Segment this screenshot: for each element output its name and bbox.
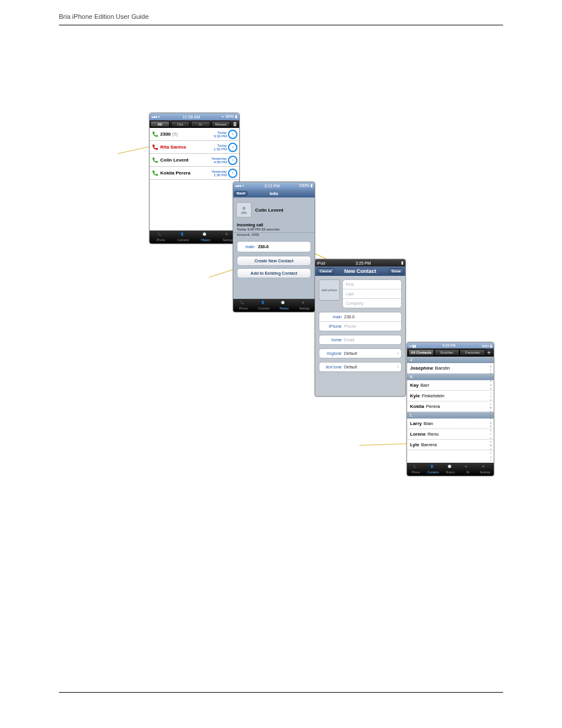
history-row[interactable]: Colin Levent Yesterday4:58 PM›	[150, 154, 239, 167]
index-letter[interactable]: G	[490, 384, 491, 387]
contact-row[interactable]: Lorene Reno	[407, 429, 494, 440]
index-letter[interactable]: O	[490, 414, 491, 417]
index-letter[interactable]: Q	[490, 421, 491, 424]
index-letter[interactable]: C	[490, 368, 492, 371]
ringtone-row[interactable]: ringtone Default ›	[319, 349, 401, 358]
index-letter[interactable]: P	[490, 417, 492, 420]
status-time: 3:15 PM	[265, 184, 280, 188]
history-row[interactable]: Kokila Perera Yesterday1:30 PM›	[150, 167, 239, 180]
filter-out[interactable]: Out	[171, 121, 190, 127]
contact-row[interactable]: Josephine Barstin	[407, 363, 494, 374]
index-letter[interactable]: H	[490, 387, 492, 390]
detail-disclosure-icon[interactable]: ›	[228, 143, 237, 152]
index-letter[interactable]: J	[490, 395, 491, 398]
footer-rule	[59, 692, 503, 693]
history-row[interactable]: 2300 (5)Today3:33 PM›	[150, 128, 239, 141]
screen-new-contact: iPod 3:25 PM ▮ Cancel New Contact Done a…	[315, 259, 406, 397]
index-letter[interactable]: L	[490, 403, 491, 406]
index-letter[interactable]: R	[490, 425, 492, 428]
clear-history-button[interactable]: 🗑	[231, 120, 239, 128]
cancel-button[interactable]: Cancel	[317, 268, 335, 274]
index-letter[interactable]: I	[490, 391, 491, 394]
contact-first: Lorene	[410, 431, 426, 437]
tab-phone[interactable]: 📞Phone	[150, 230, 172, 243]
filter-missed[interactable]: Missed	[211, 121, 231, 127]
texttone-value: Default	[344, 365, 398, 369]
tab-contacts[interactable]: 👤Contacts	[254, 299, 275, 312]
phone-value: 230-0	[344, 315, 399, 319]
contact-row[interactable]: Kay Barr	[407, 380, 494, 391]
contact-last: Barr	[421, 383, 429, 388]
index-letter[interactable]: V	[490, 440, 492, 443]
contact-photo-placeholder	[236, 202, 252, 218]
history-row[interactable]: Rita Santos Today1:52 PM›	[150, 141, 239, 154]
detail-disclosure-icon[interactable]: ›	[228, 156, 237, 165]
tab-bar: 📞Phone 👤Contacts 🕓History ⚙Settings	[233, 299, 315, 312]
detail-disclosure-icon[interactable]: ›	[228, 130, 237, 139]
seg-favorites[interactable]: Favorites	[459, 349, 485, 356]
detail-disclosure-icon[interactable]: ›	[228, 169, 237, 178]
index-letter[interactable]: Q	[490, 357, 491, 360]
tab-settings[interactable]: ⚙Settings	[477, 463, 494, 476]
index-letter[interactable]: K	[490, 398, 492, 401]
battery-icon: 86% ▮	[482, 344, 492, 348]
phone-row-main[interactable]: － main 230-0	[319, 312, 401, 322]
call-direction-icon	[151, 131, 158, 138]
contact-row[interactable]: Kokila Perera	[407, 401, 494, 412]
index-letter[interactable]: #	[490, 459, 491, 462]
phone-label: main	[240, 245, 254, 249]
texttone-row[interactable]: text tone Default ›	[319, 363, 401, 371]
add-photo-button[interactable]: add photo	[319, 279, 340, 301]
history-time: Today3:33 PM	[214, 131, 227, 138]
filter-all[interactable]: All	[150, 121, 170, 127]
index-letter[interactable]: Z	[490, 456, 491, 459]
back-button[interactable]: Back	[234, 191, 247, 196]
tab-contacts[interactable]: 👤Contacts	[172, 230, 194, 243]
tab-phone[interactable]: 📞Phone	[233, 299, 254, 312]
index-letter[interactable]: A	[490, 361, 492, 364]
index-letter[interactable]: Y	[490, 452, 492, 454]
tab-im[interactable]: ✉IM	[459, 463, 476, 476]
index-letter[interactable]: U	[490, 437, 492, 440]
phone-number-cell[interactable]: main 230-0	[237, 241, 311, 252]
index-letter[interactable]: B	[490, 365, 492, 368]
index-letter[interactable]: F	[490, 380, 491, 383]
ringtone-label: ringtone	[322, 351, 342, 355]
first-name-field[interactable]: First	[343, 280, 401, 289]
add-contact-button[interactable]: ＋	[485, 348, 492, 357]
nav-bar: Back Info	[233, 189, 315, 197]
name-fields-group: First Last Company	[342, 279, 402, 308]
contact-row[interactable]: Lyle Barrera	[407, 440, 494, 450]
tab-history[interactable]: 🕓History	[194, 230, 217, 243]
index-letter[interactable]: N	[490, 410, 492, 413]
signal-icon: ▪▪▪▮▮	[409, 344, 416, 348]
email-row-add[interactable]: home Email	[319, 335, 401, 344]
tab-history[interactable]: 🕓History	[442, 463, 459, 476]
chevron-right-icon: ›	[398, 351, 399, 355]
alpha-index[interactable]: QABCDEFGHIJKLMNOPQRSTUVWXYZ#	[488, 357, 493, 463]
filter-in[interactable]: In	[191, 121, 210, 127]
index-letter[interactable]: T	[490, 433, 491, 436]
contact-last: Barrera	[421, 442, 437, 447]
create-new-contact-button[interactable]: Create New Contact	[237, 256, 311, 266]
last-name-field[interactable]: Last	[343, 289, 401, 299]
phone-row-add[interactable]: iPhone Phone	[319, 322, 401, 331]
index-letter[interactable]: E	[490, 376, 492, 379]
tab-history[interactable]: 🕓History	[274, 299, 295, 312]
index-letter[interactable]: D	[490, 372, 492, 375]
contact-row[interactable]: Larry Bian	[407, 419, 494, 429]
done-button[interactable]: Done	[389, 268, 404, 274]
company-field[interactable]: Company	[343, 299, 401, 308]
email-kind-label: home	[322, 338, 342, 342]
index-letter[interactable]: X	[490, 448, 492, 451]
contact-row[interactable]: Kyle Finkelstein	[407, 391, 494, 401]
add-to-existing-contact-button[interactable]: Add to Existing Contact	[237, 268, 311, 278]
tab-contacts[interactable]: 👤Contacts	[424, 463, 441, 476]
index-letter[interactable]: W	[490, 444, 492, 447]
seg-all-contacts[interactable]: All Contacts	[408, 349, 434, 356]
index-letter[interactable]: M	[490, 406, 491, 409]
tab-settings[interactable]: ⚙Settings	[295, 299, 315, 312]
tab-phone[interactable]: 📞Phone	[407, 463, 424, 476]
seg-buddies[interactable]: Buddies	[434, 349, 460, 356]
index-letter[interactable]: S	[490, 429, 492, 432]
